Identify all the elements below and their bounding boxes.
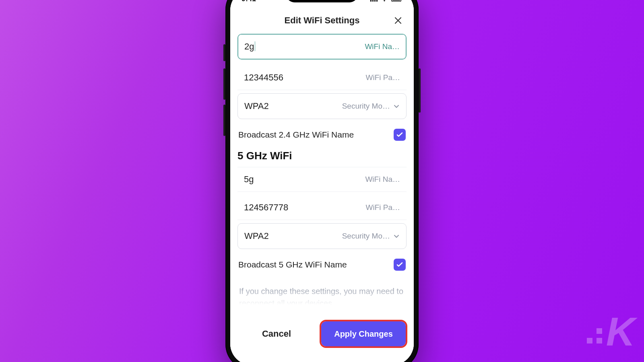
wifi5-broadcast-label: Broadcast 5 GHz WiFi Name — [238, 260, 347, 269]
check-icon — [396, 261, 403, 268]
wifi5-broadcast-checkbox[interactable] — [394, 259, 406, 271]
settings-change-note: If you change these settings, you may ne… — [237, 278, 407, 309]
wifi5-name-value: 5g — [244, 174, 254, 185]
wifi24-broadcast-label: Broadcast 2.4 GHz WiFi Name — [238, 130, 354, 140]
modal-header: Edit WiFi Settings — [230, 9, 414, 32]
wifi24-password-label: WiFi Pa… — [366, 73, 400, 82]
wifi5-security-label: Security Mo… — [342, 232, 390, 241]
wifi24-security-label: Security Mo… — [342, 102, 390, 111]
apply-changes-button[interactable]: Apply Changes — [321, 321, 406, 346]
app-screen: 9:41 Edit WiFi Settings — [230, 0, 414, 362]
wifi24-password-value: 12344556 — [244, 72, 283, 83]
phone-volume-down — [223, 105, 225, 136]
battery-icon — [391, 0, 402, 2]
cellular-signal-icon — [370, 0, 378, 2]
wifi24-broadcast-checkbox[interactable] — [394, 129, 406, 141]
wifi5-password-value: 124567778 — [244, 202, 288, 213]
phone-volume-up — [223, 68, 225, 100]
wifi5-name-field[interactable]: 5g WiFi Na… — [237, 167, 407, 192]
wifi24-security-value: WPA2 — [244, 101, 269, 111]
close-icon — [394, 16, 402, 25]
watermark-dots-icon — [587, 328, 602, 343]
wifi24-password-field[interactable]: 12344556 WiFi Pa… — [237, 65, 407, 90]
svg-rect-1 — [392, 0, 400, 1]
wifi24-broadcast-row: Broadcast 2.4 GHz WiFi Name — [237, 126, 407, 148]
modal-title: Edit WiFi Settings — [285, 15, 360, 26]
watermark-letter: K — [606, 309, 633, 355]
phone-bezel: 9:41 Edit WiFi Settings — [230, 0, 414, 362]
status-right-cluster — [370, 0, 402, 2]
check-icon — [396, 131, 403, 138]
wifi24-name-value: 2g — [244, 41, 255, 52]
settings-scroll-area[interactable]: 2g WiFi Na… 12344556 WiFi Pa… WPA2 Secur… — [230, 32, 414, 312]
wifi5-password-field[interactable]: 124567778 WiFi Pa… — [237, 195, 407, 220]
status-time: 9:41 — [242, 0, 256, 3]
phone-notch — [286, 0, 358, 2]
chevron-down-icon — [393, 233, 400, 239]
wifi-icon — [381, 0, 388, 2]
wifi24-name-label: WiFi Na… — [365, 42, 400, 51]
modal-footer: Cancel Apply Changes — [230, 312, 414, 362]
wifi24-security-select[interactable]: WPA2 Security Mo… — [237, 93, 407, 119]
chevron-down-icon — [393, 103, 400, 109]
wifi5-broadcast-row: Broadcast 5 GHz WiFi Name — [237, 256, 407, 278]
phone-mute-switch — [223, 44, 225, 61]
stage: 9:41 Edit WiFi Settings — [0, 0, 644, 362]
wifi5-security-select[interactable]: WPA2 Security Mo… — [237, 223, 407, 249]
close-button[interactable] — [391, 14, 405, 27]
wifi5-security-value: WPA2 — [244, 231, 269, 241]
wifi5-name-label: WiFi Na… — [365, 175, 400, 184]
section-5ghz-title: 5 GHz WiFi — [237, 148, 407, 167]
wifi24-name-field[interactable]: 2g WiFi Na… — [237, 34, 407, 60]
wifi5-password-label: WiFi Pa… — [366, 203, 400, 212]
phone-power-button — [419, 68, 421, 113]
phone-frame: 9:41 Edit WiFi Settings — [225, 0, 419, 362]
cancel-button[interactable]: Cancel — [238, 321, 315, 347]
text-caret — [255, 41, 255, 51]
watermark: K — [587, 309, 633, 355]
